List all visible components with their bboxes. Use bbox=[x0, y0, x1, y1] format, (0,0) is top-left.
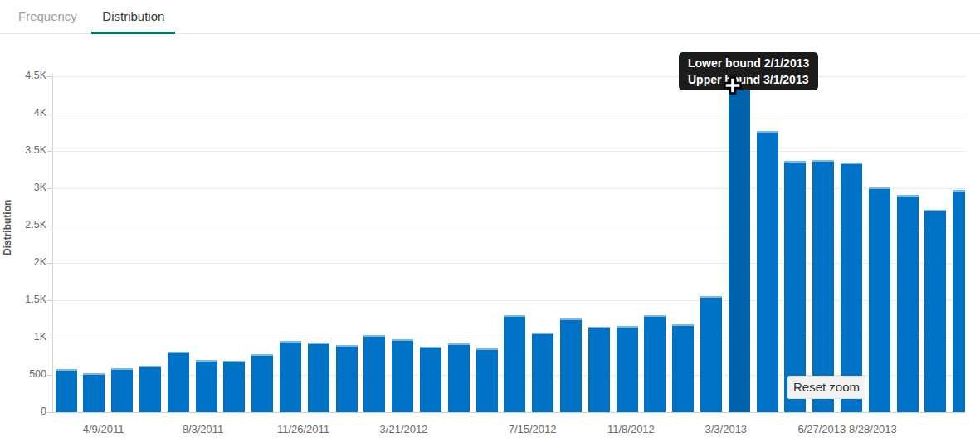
y-tick-label: 4K bbox=[10, 107, 46, 119]
y-tick-mark bbox=[47, 114, 52, 114]
y-tick-mark bbox=[47, 76, 52, 77]
y-tick-mark bbox=[47, 300, 52, 301]
bar[interactable] bbox=[448, 343, 470, 412]
x-tick-label: 8/28/2013 bbox=[849, 423, 897, 435]
y-tick-mark bbox=[47, 338, 52, 338]
y-tick-label: 0 bbox=[10, 406, 46, 417]
tab-frequency[interactable]: Frequency bbox=[7, 0, 88, 34]
gridline bbox=[52, 76, 965, 77]
bar[interactable] bbox=[672, 324, 694, 412]
bar[interactable] bbox=[420, 347, 441, 412]
x-tick-label: 11/8/2012 bbox=[607, 423, 655, 435]
y-tick-label: 3K bbox=[10, 182, 46, 193]
gridline bbox=[52, 151, 965, 152]
y-tick-label: 1.5K bbox=[10, 294, 46, 305]
bar[interactable] bbox=[869, 187, 890, 412]
bar[interactable] bbox=[392, 339, 413, 412]
bar[interactable] bbox=[168, 352, 189, 412]
y-tick-mark bbox=[47, 263, 52, 264]
bar[interactable] bbox=[111, 368, 133, 412]
bar[interactable] bbox=[363, 335, 385, 412]
bar[interactable] bbox=[223, 361, 245, 412]
y-tick-label: 2K bbox=[10, 256, 46, 268]
y-tick-mark bbox=[47, 226, 52, 226]
x-tick-label: 3/3/2013 bbox=[705, 423, 747, 435]
bar[interactable] bbox=[476, 348, 498, 412]
bar[interactable] bbox=[560, 318, 582, 412]
bar[interactable] bbox=[83, 373, 105, 412]
x-tick-label: 8/3/2011 bbox=[183, 423, 224, 435]
bar[interactable] bbox=[308, 343, 329, 412]
bar[interactable] bbox=[617, 326, 638, 412]
bar[interactable] bbox=[280, 341, 301, 412]
x-tick-label: 6/27/2013 bbox=[797, 423, 846, 435]
y-tick-label: 1K bbox=[10, 331, 46, 343]
bar[interactable] bbox=[504, 315, 525, 412]
bar[interactable] bbox=[924, 210, 946, 412]
x-tick-label: 3/21/2012 bbox=[380, 423, 428, 435]
y-tick-label: 4.5K bbox=[10, 70, 46, 81]
tab-bar: Frequency Distribution bbox=[0, 0, 980, 34]
y-tick-mark bbox=[47, 151, 52, 152]
bar[interactable] bbox=[588, 327, 610, 412]
bar[interactable] bbox=[56, 369, 77, 412]
bar[interactable] bbox=[251, 354, 273, 412]
bar[interactable] bbox=[196, 360, 217, 412]
bar[interactable] bbox=[336, 345, 358, 412]
tooltip-lower-bound: Lower bound 2/1/2013 bbox=[688, 55, 809, 71]
x-tick-label: 7/15/2012 bbox=[509, 423, 557, 435]
reset-zoom-button[interactable]: Reset zoom bbox=[787, 376, 865, 399]
bar[interactable] bbox=[139, 366, 161, 412]
x-tick-label: 11/26/2011 bbox=[277, 423, 329, 435]
bar[interactable] bbox=[953, 190, 965, 412]
bar[interactable] bbox=[812, 160, 834, 412]
y-tick-mark bbox=[47, 412, 52, 413]
x-axis-line bbox=[52, 412, 965, 413]
distribution-chart: Distribution 05001K1.5K2K2.5K3K3.5K4K4.5… bbox=[0, 34, 980, 447]
bar[interactable] bbox=[700, 296, 722, 412]
bar[interactable] bbox=[757, 131, 778, 412]
plot-area[interactable] bbox=[52, 76, 965, 412]
y-tick-label: 500 bbox=[10, 368, 46, 380]
bar[interactable] bbox=[897, 195, 919, 412]
y-tick-label: 2.5K bbox=[10, 219, 46, 231]
tab-distribution[interactable]: Distribution bbox=[91, 0, 175, 34]
y-tick-mark bbox=[47, 375, 52, 376]
x-tick-label: 4/9/2011 bbox=[83, 423, 124, 435]
tooltip-upper-bound: Upper bound 3/1/2013 bbox=[688, 71, 809, 88]
bar[interactable] bbox=[532, 333, 553, 412]
gridline bbox=[52, 114, 965, 114]
chart-tooltip: Lower bound 2/1/2013 Upper bound 3/1/201… bbox=[679, 52, 818, 90]
y-tick-mark bbox=[47, 188, 52, 189]
y-axis-title: Distribution bbox=[2, 244, 13, 255]
bar[interactable] bbox=[784, 161, 806, 412]
crosshair-cursor-icon bbox=[724, 76, 742, 95]
bar[interactable] bbox=[729, 83, 750, 412]
bar[interactable] bbox=[841, 163, 862, 412]
y-tick-label: 3.5K bbox=[10, 144, 46, 156]
bar[interactable] bbox=[644, 315, 666, 412]
